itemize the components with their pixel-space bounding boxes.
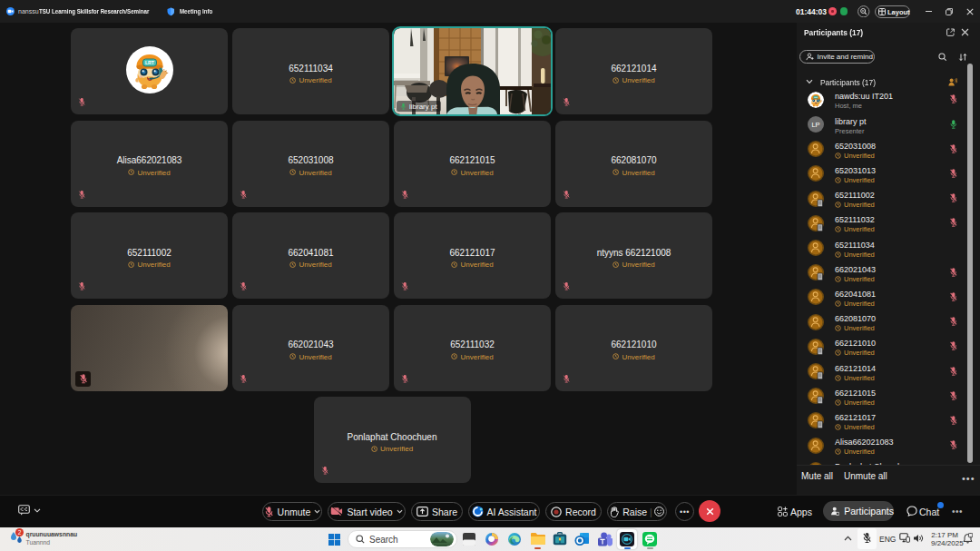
svg-text:LRT: LRT bbox=[144, 60, 154, 65]
